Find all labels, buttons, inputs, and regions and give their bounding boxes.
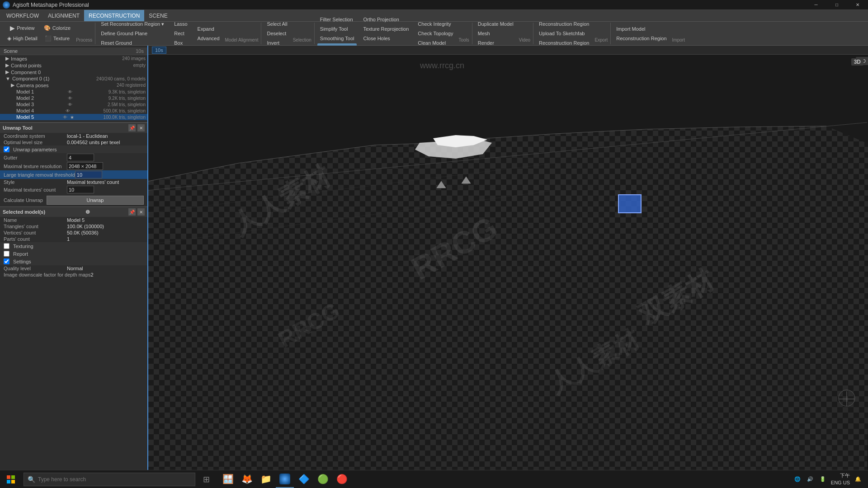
taskbar-app-app2[interactable]: 🟢 bbox=[314, 471, 332, 488]
settings-header[interactable]: Settings bbox=[0, 258, 147, 265]
lasso-btn[interactable]: Lasso bbox=[171, 19, 190, 28]
gutter-input[interactable] bbox=[67, 154, 94, 161]
search-icon: 🔍 bbox=[28, 476, 35, 483]
close-button[interactable]: ✕ bbox=[847, 0, 868, 10]
tree-item-component0[interactable]: ▶ Component 0 bbox=[0, 69, 147, 75]
set-reconstruction-region-btn[interactable]: Set Reconstruction Region ▾ bbox=[98, 19, 167, 28]
texturing-header[interactable]: Texturing bbox=[0, 242, 147, 250]
video-section: Duplicate Model Mesh Render Video bbox=[472, 23, 533, 44]
maximize-button[interactable]: □ bbox=[826, 0, 847, 10]
tray-network[interactable]: 🌐 bbox=[793, 476, 802, 482]
optimal-level-row: Optimal level size 0.004562 units per te… bbox=[0, 139, 147, 145]
max-textures-row: Maximal textures' count bbox=[0, 185, 147, 194]
check-integrity-btn[interactable]: Check Integrity bbox=[415, 19, 456, 28]
texture-reprojection-btn[interactable]: Texture Reprojection bbox=[360, 24, 411, 33]
3d-viewport-label: 3D bbox=[851, 58, 863, 66]
reconstruction-region-btn[interactable]: Reconstruction Region bbox=[536, 19, 592, 28]
tray-battery[interactable]: 🔋 bbox=[818, 476, 827, 482]
eye-icon-model3[interactable]: 👁 bbox=[68, 102, 72, 107]
menu-alignment[interactable]: ALIGNMENT bbox=[43, 10, 84, 21]
minimize-button[interactable]: ─ bbox=[806, 0, 826, 10]
eye-icon-model5[interactable]: 👁 bbox=[63, 115, 67, 120]
mesh-btn[interactable]: Mesh bbox=[475, 29, 516, 38]
import-label: Import bbox=[672, 38, 685, 43]
expand-btn[interactable]: Expand bbox=[195, 24, 222, 33]
max-textures-input[interactable] bbox=[67, 186, 94, 193]
report-checkbox[interactable] bbox=[4, 251, 9, 257]
search-input[interactable] bbox=[38, 476, 191, 483]
taskbar-app-app3[interactable]: 🔴 bbox=[333, 471, 351, 488]
left-panel: Scene 10s ▶ Images 240 images ▶ Control … bbox=[0, 46, 148, 470]
export-label: Export bbox=[594, 38, 608, 43]
import-model-btn[interactable]: Import Model bbox=[613, 24, 669, 33]
tree-item-model3[interactable]: Model 3 👁 2.5M tris, singleton bbox=[0, 101, 147, 108]
simplify-tool-btn[interactable]: Simplify Tool bbox=[317, 24, 357, 33]
taskbar-search[interactable]: 🔍 bbox=[24, 473, 195, 486]
tree-item-camera-poses[interactable]: ▶ Camera poses 240 registered bbox=[0, 82, 147, 89]
select-all-btn[interactable]: Select All bbox=[264, 19, 290, 28]
large-triangle-row[interactable]: Large triangle removal threshold bbox=[0, 170, 147, 179]
selected-model-pin-btn[interactable]: 📌 bbox=[128, 208, 136, 216]
unwrap-tool-title[interactable]: Unwrap Tool 📌 ✕ bbox=[0, 123, 147, 133]
ortho-projection-btn[interactable]: Ortho Projection bbox=[360, 15, 411, 24]
texture-button[interactable]: ⬛ Texture bbox=[41, 34, 73, 44]
report-header[interactable]: Report bbox=[0, 250, 147, 258]
unwrap-button[interactable]: Unwrap bbox=[47, 196, 144, 205]
taskbar-app-explorer[interactable]: 🪟 bbox=[219, 471, 237, 488]
taskbar-app-files[interactable]: 📁 bbox=[257, 471, 275, 488]
duplicate-model-btn[interactable]: Duplicate Model bbox=[475, 19, 516, 28]
colorize-button[interactable]: 🎨 Colorize bbox=[41, 23, 73, 33]
tree-item-images[interactable]: ▶ Images 240 images bbox=[0, 55, 147, 62]
selected-model-close-btn[interactable]: ✕ bbox=[137, 208, 145, 216]
svg-rect-26 bbox=[11, 475, 15, 479]
menu-workflow[interactable]: WORKFLOW bbox=[2, 10, 43, 21]
selected-model-panel: Selected model(s) ❶ 📌 ✕ Name Model 5 Tri… bbox=[0, 206, 147, 278]
taskbar-app-firefox[interactable]: 🦊 bbox=[238, 471, 256, 488]
deselect-btn[interactable]: Deselect bbox=[264, 29, 290, 38]
rect-btn[interactable]: Rect bbox=[171, 29, 190, 38]
preview-button[interactable]: ▶ Preview bbox=[5, 23, 40, 33]
tree-item-model1[interactable]: Model 1 👁 9.3K tris, singleton bbox=[0, 89, 147, 95]
tray-notifications[interactable]: 🔔 bbox=[854, 476, 863, 482]
eye-icon-model1[interactable]: 👁 bbox=[68, 89, 72, 94]
panel-close-btn[interactable]: ✕ bbox=[137, 124, 145, 131]
viewport[interactable]: 10s bbox=[148, 46, 868, 470]
high-detail-button[interactable]: ◈ High Detail bbox=[5, 34, 40, 44]
tree-item-model2[interactable]: Model 2 👁 9.2K tris, singleton bbox=[0, 95, 147, 101]
selected-model-title[interactable]: Selected model(s) ❶ 📌 ✕ bbox=[0, 207, 147, 217]
eye-icon-model4[interactable]: 👁 bbox=[66, 108, 70, 113]
calculate-label: Calculate Unwrap bbox=[4, 197, 43, 203]
max-texture-res-input[interactable] bbox=[67, 162, 103, 170]
large-triangle-input[interactable] bbox=[75, 171, 102, 178]
start-button[interactable] bbox=[0, 470, 22, 488]
close-holes-btn[interactable]: Close Holes bbox=[360, 34, 411, 43]
panel-pin-btn[interactable]: 📌 bbox=[128, 124, 136, 131]
smoothing-tool-btn[interactable]: Smoothing Tool bbox=[317, 34, 357, 43]
clock-display[interactable]: 下午 ENG US bbox=[831, 472, 850, 486]
filter-selection-btn[interactable]: Filter Selection bbox=[317, 15, 357, 24]
define-ground-plane-btn[interactable]: Define Ground Plane bbox=[98, 29, 167, 38]
coord-system-row: Coordinate system local-1 - Euclidean bbox=[0, 133, 147, 139]
settings-checkbox[interactable] bbox=[4, 258, 9, 264]
advanced-btn[interactable]: Advanced bbox=[195, 34, 222, 43]
tree-item-control-points[interactable]: ▶ Control points empty bbox=[0, 62, 147, 69]
gutter-row: Gutter bbox=[0, 153, 147, 162]
tools-label: Tools bbox=[458, 38, 469, 43]
taskbar-app-app1[interactable]: 🔷 bbox=[295, 471, 313, 488]
tree-item-model5[interactable]: Model 5 👁 ★ 100.0K tris, singleton bbox=[0, 114, 147, 120]
main-area: Scene 10s ▶ Images 240 images ▶ Control … bbox=[0, 46, 868, 470]
viewport-3d-area[interactable]: 人人素材 RRCG 双素材 RRCG 人人素材 www.rrcg.cn 3D bbox=[148, 55, 868, 470]
tree-item-model4[interactable]: Model 4 👁 500.0K tris, singleton bbox=[0, 108, 147, 114]
tree-item-component0-1[interactable]: ▼ Component 0 (1) 240/240 cams, 0 models bbox=[0, 75, 147, 82]
tray-volume[interactable]: 🔊 bbox=[806, 476, 815, 482]
process-section: ▶ Preview ◈ High Detail 🎨 Colorize ⬛ Tex… bbox=[2, 23, 95, 44]
upload-sketchfab-btn[interactable]: Upload To Sketchfab bbox=[536, 29, 592, 38]
scene-tree-header: Scene 10s bbox=[0, 47, 147, 55]
taskbar-app-metashape[interactable] bbox=[276, 471, 294, 488]
texturing-checkbox[interactable] bbox=[4, 243, 9, 249]
task-view-btn[interactable]: ⊞ bbox=[197, 471, 215, 488]
reconstruction-region-import-btn[interactable]: Reconstruction Region bbox=[613, 34, 669, 43]
eye-icon-model2[interactable]: 👁 bbox=[68, 96, 72, 101]
unwrap-params-checkbox[interactable] bbox=[4, 146, 9, 152]
check-topology-btn[interactable]: Check Topology bbox=[415, 29, 456, 38]
